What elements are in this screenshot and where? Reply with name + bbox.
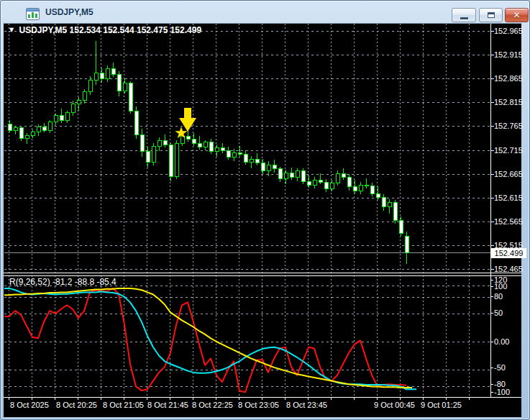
candle-body [117, 74, 121, 91]
quote-ohlc: 152.534 152.544 152.475 152.499 [70, 25, 202, 35]
time-axis-label: 8 Oct 23:05 [238, 401, 279, 409]
indicator-axis-label: 100 [494, 282, 507, 291]
candle-body [192, 139, 196, 143]
time-axis-label: 9 Oct 01:25 [421, 401, 462, 409]
time-axis-label: 8 Oct 21:45 [147, 401, 188, 409]
candle-body [238, 152, 242, 154]
time-axis-label: 8 Oct 20:25 [56, 401, 97, 409]
candle-body [152, 146, 155, 162]
candle-body [37, 127, 40, 132]
candle-body [198, 143, 201, 147]
candle-body [157, 140, 161, 146]
indicator-label: R(9,26,52) -81.2 -88.8 -85.4 [9, 277, 116, 287]
candle-body [405, 236, 408, 252]
candle-body [307, 181, 311, 185]
candle-body [169, 145, 173, 176]
candle-body [347, 177, 351, 186]
candle-body [19, 127, 23, 138]
price-axis-label: 152.615 [494, 193, 523, 202]
candle-body [94, 73, 98, 80]
candle-body [100, 73, 104, 78]
time-axis-label: 8 Oct 22:25 [192, 401, 233, 409]
chart-canvas[interactable]: ★ [1, 1, 530, 420]
candle-body [71, 104, 75, 112]
candle-body [48, 122, 52, 130]
candle-body [54, 115, 58, 122]
indicator-axis-label: -100 [494, 388, 510, 396]
candle-body [399, 220, 403, 233]
candle-body [31, 132, 35, 135]
price-axis-label: 152.465 [494, 265, 523, 273]
candle-body [353, 186, 357, 191]
candle-body [244, 154, 247, 162]
candle-body [129, 83, 132, 111]
indicator-line-fast [4, 288, 406, 392]
quote-symbol: USDJPY,M5 [19, 25, 68, 35]
candle-body [382, 197, 385, 206]
candle-body [163, 140, 167, 145]
candle-body [14, 127, 17, 130]
candle-body [77, 100, 81, 104]
candle-body [140, 134, 144, 151]
quote-header: ▼ USDJPY,M5 152.534 152.544 152.475 152.… [9, 25, 201, 35]
star-icon: ★ [174, 124, 188, 142]
indicator-axis-label: 0.00 [494, 337, 509, 346]
candle-body [278, 168, 282, 178]
price-axis-label: 152.915 [494, 50, 523, 59]
price-axis-label: 152.765 [494, 122, 523, 130]
candle-body [111, 68, 115, 74]
candle-body [296, 170, 299, 177]
grid-lines [4, 24, 490, 397]
candle-body [388, 202, 391, 206]
candle-body [255, 159, 259, 163]
collapse-quote-button[interactable]: ▼ [9, 27, 14, 33]
candle-body [204, 142, 207, 147]
candle-body [215, 147, 219, 151]
candle-body [146, 151, 150, 162]
candle-body [365, 185, 368, 186]
candle-body [232, 152, 236, 157]
candle-body [209, 142, 213, 151]
candle-body [313, 180, 316, 185]
price-axis-label: 152.965 [494, 27, 523, 35]
candle-body [65, 112, 69, 120]
candle-body [227, 150, 230, 157]
panel-separator [4, 273, 521, 273]
indicator-axis-label: 50 [494, 309, 503, 317]
candle-body [250, 159, 253, 162]
price-axis-label: 152.565 [494, 217, 523, 226]
candle-body [221, 147, 224, 150]
candle-body [273, 165, 276, 168]
candle-body [123, 83, 127, 91]
candle-body [106, 68, 109, 78]
price-axis-label: 152.815 [494, 98, 523, 106]
indicator-lines [4, 288, 416, 392]
candle-body [330, 183, 334, 188]
candle-body [324, 182, 328, 188]
candle-body [25, 135, 29, 138]
candle-body [370, 186, 374, 193]
candle-body [359, 185, 362, 191]
candle-body [336, 173, 339, 183]
price-axis-label: 152.665 [494, 170, 523, 178]
candle-body [290, 173, 293, 177]
price-axis-label: 152.865 [494, 74, 523, 83]
time-axis-label: 9 Oct 00:45 [374, 401, 415, 409]
candle-body [134, 111, 138, 134]
panel-separator [4, 275, 521, 276]
candle-body [301, 170, 305, 181]
candle-body [393, 202, 397, 220]
candle-body [319, 180, 322, 182]
candle-body [83, 91, 86, 100]
candle-body [42, 127, 46, 130]
bid-price-tag: 152.499 [491, 248, 526, 258]
time-axis-label: 8 Oct 23:45 [286, 401, 327, 409]
candle-body [175, 143, 178, 176]
time-axis-label: 8 Oct 2025 [10, 401, 49, 409]
candle-body [8, 124, 12, 130]
candle-body [261, 163, 265, 170]
candle-body [284, 173, 288, 178]
candle-body [267, 165, 270, 170]
candle-body [60, 115, 63, 120]
indicator-axis-label: -50 [494, 363, 506, 372]
